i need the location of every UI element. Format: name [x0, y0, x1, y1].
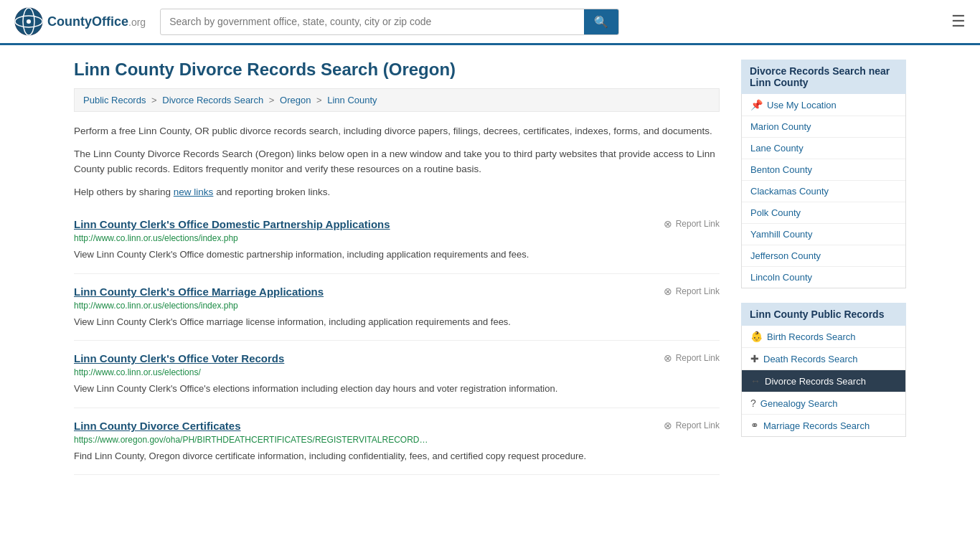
result-item-3: Linn County Clerk's Office Voter Records… — [74, 341, 720, 408]
death-records-icon: ✚ — [750, 353, 759, 364]
result-url-2: http://www.co.linn.or.us/elections/index… — [74, 301, 720, 311]
result-link-1[interactable]: Linn County Clerk's Office Domestic Part… — [74, 218, 390, 230]
use-my-location-link[interactable]: 📌 Use My Location — [742, 94, 905, 116]
public-records-title: Linn County Public Records — [741, 303, 906, 326]
genealogy-icon: ? — [750, 397, 756, 409]
search-button[interactable]: 🔍 — [584, 9, 618, 34]
marriage-records-label: Marriage Records Search — [763, 420, 870, 431]
marriage-records-icon: ⚭ — [750, 420, 759, 431]
breadcrumb-oregon[interactable]: Oregon — [280, 95, 311, 105]
sidebar: Divorce Records Search near Linn County … — [741, 60, 906, 475]
breadcrumb-divorce-records[interactable]: Divorce Records Search — [162, 95, 263, 105]
breadcrumb-linn-county[interactable]: Linn County — [327, 95, 377, 105]
content-area: Linn County Divorce Records Search (Oreg… — [74, 60, 720, 475]
death-records-item[interactable]: ✚ Death Records Search — [742, 348, 905, 370]
birth-records-label: Birth Records Search — [767, 331, 856, 342]
public-records-list: 👶 Birth Records Search ✚ Death Records S… — [741, 326, 906, 437]
hamburger-menu-icon[interactable]: ☰ — [951, 12, 966, 31]
result-desc-1: View Linn County Clerk's Office domestic… — [74, 248, 720, 262]
report-label-2: Report Link — [676, 286, 720, 296]
search-icon: 🔍 — [594, 16, 608, 28]
new-links-link[interactable]: new links — [174, 187, 214, 197]
result-title-4: Linn County Divorce Certificates — [74, 420, 241, 432]
birth-records-icon: 👶 — [750, 331, 763, 342]
svg-point-3 — [27, 19, 31, 24]
results-list: Linn County Clerk's Office Domestic Part… — [74, 207, 720, 475]
nearby-county-4[interactable]: Clackamas County — [742, 181, 905, 202]
search-input[interactable] — [161, 10, 584, 33]
nearby-county-1[interactable]: Marion County — [742, 116, 905, 138]
search-container: 🔍 — [160, 9, 619, 35]
nearby-county-6[interactable]: Yamhill County — [742, 224, 905, 245]
report-link-1[interactable]: ⊗ Report Link — [664, 218, 720, 230]
report-link-4[interactable]: ⊗ Report Link — [664, 420, 720, 431]
marriage-records-link[interactable]: ⚭ Marriage Records Search — [742, 415, 905, 436]
nearby-county-8[interactable]: Lincoln County — [742, 267, 905, 288]
nearby-county-2[interactable]: Lane County — [742, 138, 905, 159]
lincoln-county-link[interactable]: Lincoln County — [742, 267, 905, 288]
report-label-4: Report Link — [676, 420, 720, 430]
genealogy-item[interactable]: ? Genealogy Search — [742, 392, 905, 415]
use-my-location-item[interactable]: 📌 Use My Location — [742, 94, 905, 116]
yamhill-county-link[interactable]: Yamhill County — [742, 224, 905, 245]
result-title-3: Linn County Clerk's Office Voter Records — [74, 352, 284, 364]
result-item-1: Linn County Clerk's Office Domestic Part… — [74, 207, 720, 274]
polk-county-link[interactable]: Polk County — [742, 202, 905, 223]
logo-area[interactable]: CountyOffice.org — [14, 7, 146, 36]
report-link-3[interactable]: ⊗ Report Link — [664, 352, 720, 364]
nearby-county-7[interactable]: Jefferson County — [742, 245, 905, 267]
result-url-1: http://www.co.linn.or.us/elections/index… — [74, 233, 720, 243]
clackamas-county-link[interactable]: Clackamas County — [742, 181, 905, 202]
description-3: Help others by sharing new links and rep… — [74, 184, 720, 200]
header: CountyOffice.org 🔍 ☰ — [0, 0, 980, 45]
description: Perform a free Linn County, OR public di… — [74, 123, 720, 199]
lane-county-link[interactable]: Lane County — [742, 138, 905, 159]
logo-text: CountyOffice.org — [47, 14, 146, 29]
marriage-records-item[interactable]: ⚭ Marriage Records Search — [742, 415, 905, 436]
location-pin-icon: 📌 — [750, 99, 763, 110]
divorce-records-link[interactable]: ↔ Divorce Records Search — [742, 370, 905, 392]
nearby-list: 📌 Use My Location Marion County Lane Cou… — [741, 94, 906, 288]
report-icon-4: ⊗ — [664, 420, 672, 431]
public-records-section: Linn County Public Records 👶 Birth Recor… — [741, 303, 906, 437]
result-link-3[interactable]: Linn County Clerk's Office Voter Records — [74, 352, 284, 364]
breadcrumb: Public Records > Divorce Records Search … — [74, 88, 720, 112]
breadcrumb-public-records[interactable]: Public Records — [83, 95, 146, 105]
result-desc-4: Find Linn County, Oregon divorce certifi… — [74, 449, 720, 463]
description-1: Perform a free Linn County, OR public di… — [74, 123, 720, 139]
report-label-1: Report Link — [676, 219, 720, 229]
report-label-3: Report Link — [676, 353, 720, 363]
result-link-2[interactable]: Linn County Clerk's Office Marriage Appl… — [74, 286, 324, 298]
result-desc-3: View Linn County Clerk's Office's electi… — [74, 382, 720, 396]
result-url-3: http://www.co.linn.or.us/elections/ — [74, 367, 720, 377]
nearby-county-5[interactable]: Polk County — [742, 202, 905, 224]
result-link-4[interactable]: Linn County Divorce Certificates — [74, 420, 241, 432]
death-records-label: Death Records Search — [763, 354, 858, 364]
genealogy-link[interactable]: ? Genealogy Search — [742, 392, 905, 414]
report-link-2[interactable]: ⊗ Report Link — [664, 286, 720, 297]
birth-records-link[interactable]: 👶 Birth Records Search — [742, 326, 905, 347]
description-2: The Linn County Divorce Records Search (… — [74, 146, 720, 177]
result-url-4: https://www.oregon.gov/oha/PH/BIRTHDEATH… — [74, 435, 720, 445]
genealogy-label: Genealogy Search — [760, 398, 838, 409]
divorce-records-item[interactable]: ↔ Divorce Records Search — [742, 370, 905, 392]
birth-records-item[interactable]: 👶 Birth Records Search — [742, 326, 905, 348]
result-title-1: Linn County Clerk's Office Domestic Part… — [74, 218, 390, 230]
benton-county-link[interactable]: Benton County — [742, 159, 905, 180]
jefferson-county-link[interactable]: Jefferson County — [742, 245, 905, 266]
death-records-link[interactable]: ✚ Death Records Search — [742, 348, 905, 369]
result-desc-2: View Linn County Clerk's Office marriage… — [74, 315, 720, 329]
result-title-2: Linn County Clerk's Office Marriage Appl… — [74, 286, 324, 298]
nearby-section: Divorce Records Search near Linn County … — [741, 60, 906, 288]
logo-icon — [14, 7, 43, 36]
main-container: Linn County Divorce Records Search (Oreg… — [60, 45, 920, 489]
result-item-2: Linn County Clerk's Office Marriage Appl… — [74, 274, 720, 342]
marion-county-link[interactable]: Marion County — [742, 116, 905, 137]
nearby-title: Divorce Records Search near Linn County — [741, 60, 906, 94]
nearby-county-3[interactable]: Benton County — [742, 159, 905, 181]
report-icon-1: ⊗ — [664, 218, 672, 230]
report-icon-3: ⊗ — [664, 352, 672, 364]
report-icon-2: ⊗ — [664, 286, 672, 297]
result-item-4: Linn County Divorce Certificates ⊗ Repor… — [74, 408, 720, 476]
divorce-records-label: Divorce Records Search — [765, 376, 866, 387]
